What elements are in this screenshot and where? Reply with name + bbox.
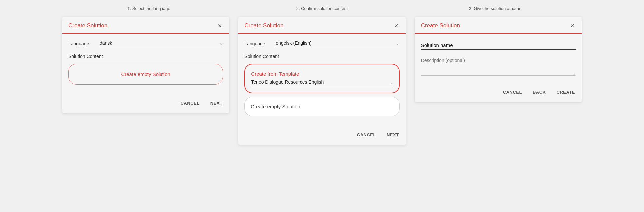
dialog-1-footer: CANCEL NEXT <box>62 95 229 113</box>
step-3-label: 3. Give the solution a name <box>409 6 582 11</box>
language-select-2[interactable]: engelsk (English) ⌄ <box>276 40 399 47</box>
language-field-row: Language dansk ⌄ <box>68 40 223 47</box>
create-empty-label-2: Create empty Solution <box>251 104 393 109</box>
dialog-3-title: Create Solution <box>421 22 460 29</box>
dialog-1: Create Solution × Language dansk ⌄ Solut… <box>62 17 229 113</box>
language-label-2: Language <box>244 41 271 46</box>
template-value: Teneo Dialogue Resources English <box>251 79 389 85</box>
dialog-2-title: Create Solution <box>244 22 283 29</box>
dialog-2-header: Create Solution × <box>238 17 405 34</box>
dialog-2-close-button[interactable]: × <box>393 22 400 30</box>
dialog-1-close-button[interactable]: × <box>217 22 223 30</box>
create-empty-solution-button-2[interactable]: Create empty Solution <box>244 97 399 116</box>
create-from-template-label: Create from Template <box>251 71 393 77</box>
dialog-2-body: Language engelsk (English) ⌄ Solution Co… <box>238 34 405 126</box>
language-value-2: engelsk (English) <box>276 40 394 46</box>
create-empty-solution-text: Create empty Solution <box>121 71 170 77</box>
dialog-3-cancel-button[interactable]: CANCEL <box>502 88 523 96</box>
dialog-3-header: Create Solution × <box>415 17 582 34</box>
language-field-row-2: Language engelsk (English) ⌄ <box>244 40 399 47</box>
create-empty-solution-button[interactable]: Create empty Solution <box>68 64 223 85</box>
chevron-down-icon: ⌄ <box>219 41 223 46</box>
dialog-2-cancel-button[interactable]: CANCEL <box>356 131 377 139</box>
steps-row: 1. Select the language 2. Confirm soluti… <box>62 6 582 11</box>
dialog-2: Create Solution × Language engelsk (Engl… <box>238 17 405 145</box>
dialog-1-title: Create Solution <box>68 22 107 29</box>
dialog-3: Create Solution × ⇲ CANCEL BACK CREATE <box>415 17 582 102</box>
step-1-label: 1. Select the language <box>62 6 235 11</box>
dialogs-row: Create Solution × Language dansk ⌄ Solut… <box>62 17 582 145</box>
dialog-3-back-button[interactable]: BACK <box>532 88 547 96</box>
language-select[interactable]: dansk ⌄ <box>100 40 223 47</box>
dialog-3-create-button[interactable]: CREATE <box>556 88 576 96</box>
template-select[interactable]: Teneo Dialogue Resources English ⌄ <box>251 79 393 86</box>
dialog-2-footer: CANCEL NEXT <box>238 126 405 145</box>
description-wrapper: ⇲ <box>421 56 576 77</box>
description-input[interactable] <box>421 56 576 76</box>
dialog-3-body: ⇲ <box>415 34 582 84</box>
chevron-down-icon-2: ⌄ <box>396 41 400 46</box>
dialog-3-footer: CANCEL BACK CREATE <box>415 84 582 102</box>
dialog-2-next-button[interactable]: NEXT <box>386 131 400 139</box>
solution-content-label-2: Solution Content <box>244 54 399 59</box>
language-value: dansk <box>100 40 218 46</box>
dialog-1-cancel-button[interactable]: CANCEL <box>180 99 200 107</box>
resize-icon: ⇲ <box>572 73 575 76</box>
solution-name-input[interactable] <box>421 40 576 50</box>
dialog-1-next-button[interactable]: NEXT <box>210 99 223 107</box>
create-from-template-button[interactable]: Create from Template Teneo Dialogue Reso… <box>244 64 399 93</box>
step-2-label: 2. Confirm solution content <box>235 6 409 11</box>
dialog-3-close-button[interactable]: × <box>569 22 576 30</box>
chevron-down-icon-3: ⌄ <box>389 80 393 85</box>
dialog-1-header: Create Solution × <box>62 17 229 34</box>
dialog-1-body: Language dansk ⌄ Solution Content Create… <box>62 34 229 95</box>
language-label: Language <box>68 41 95 46</box>
solution-content-label: Solution Content <box>68 54 223 59</box>
